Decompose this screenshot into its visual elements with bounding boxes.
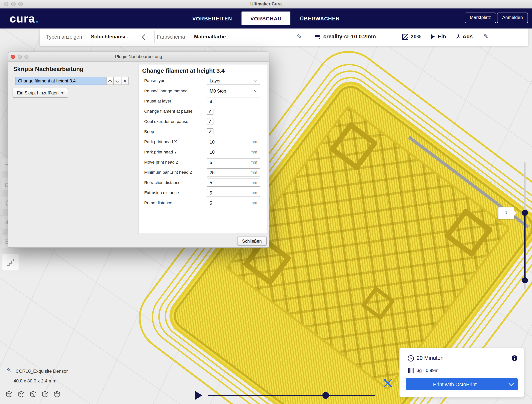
view-front-button[interactable] (17, 390, 26, 400)
cube-top-icon (29, 390, 38, 398)
layer-number: 7 (505, 210, 508, 216)
view-cube-button[interactable] (5, 390, 13, 400)
app-window: ✎ CCR10_Exquisite Densor 40.0 x 80.0 x 2… (0, 0, 532, 404)
field-label: Beep (144, 129, 207, 134)
infill-value[interactable]: 20% (411, 33, 421, 40)
view-settings-toolbar: Typen anzeigen Schichtenansi... Farbsche… (40, 28, 528, 46)
edit-print-settings-icon[interactable]: ✎ (483, 33, 488, 40)
signin-button[interactable]: Anmelden (497, 13, 528, 23)
pause-method-select[interactable]: M0 Stop (207, 87, 260, 95)
macos-titlebar: Ultimaker Cura (0, 0, 532, 8)
print-info-card: 20 Minuten 3g · 0.99m Print with OctoPri… (399, 348, 524, 397)
move-script-down-button[interactable] (114, 77, 121, 85)
view-top-button[interactable] (29, 390, 38, 400)
park-y-input[interactable]: 10mm (207, 148, 260, 156)
printer-profile[interactable]: creality-cr-10 0.2mm (323, 33, 376, 40)
script-settings-panel: Change filament at height 3.4 Pause type… (139, 64, 267, 234)
cool-extruder-checkbox[interactable]: ✓ (207, 118, 213, 125)
move-script-up-button[interactable] (106, 77, 114, 85)
adjust-tools-button[interactable] (383, 378, 393, 388)
cura-logo: cura. (10, 12, 39, 25)
add-script-button[interactable]: Ein Skript hinzufügen (13, 88, 68, 98)
field-label: Retraction distance (144, 180, 207, 185)
model-dimensions: 40.0 x 80.0 x 2.4 mm (13, 378, 56, 384)
field-label: Move print head Z (144, 160, 207, 165)
field-label: Pause type (144, 78, 207, 83)
input-value: 5 (210, 160, 250, 165)
dialog-title: Plugin Nachbearbeitung (8, 54, 269, 59)
unit-label: mm (250, 170, 257, 175)
cube-icon (5, 390, 13, 398)
printer-profile-icon (314, 33, 321, 42)
support-value[interactable]: Ein (437, 33, 446, 40)
move-z-input[interactable]: 5mm (207, 158, 260, 166)
add-script-label: Ein Skript hinzufügen (17, 90, 59, 95)
color-scheme-value[interactable]: Materialfarbe (194, 33, 226, 39)
print-options-dropdown[interactable] (504, 378, 518, 390)
view-type-value[interactable]: Schichtenansi... (91, 33, 130, 39)
script-list-item-selected[interactable]: Change filament at height 3.4 (15, 77, 106, 85)
edit-pencil-icon[interactable]: ✎ (297, 33, 302, 40)
unit-label: mm (250, 139, 257, 144)
retraction-distance-input[interactable]: 5mm (207, 179, 260, 187)
checkmark-icon: ✓ (208, 129, 212, 134)
play-button[interactable] (195, 391, 202, 400)
logo-dot: . (35, 12, 39, 25)
close-dialog-button[interactable]: Schließen (237, 237, 267, 246)
simulation-slider-handle[interactable] (322, 392, 329, 399)
field-label: Change filament at pause (144, 109, 207, 114)
layer-slider-range[interactable] (524, 213, 526, 280)
color-scheme-label: Farbschema (157, 34, 185, 40)
script-form-title: Change filament at height 3.4 (139, 64, 267, 76)
marketplace-button[interactable]: Marktplatz (465, 13, 496, 23)
layer-slider-lower-handle[interactable] (522, 277, 528, 283)
field-label: Pause at layer (144, 99, 207, 103)
adhesion-value[interactable]: Aus (462, 33, 473, 40)
adhesion-icon (455, 33, 462, 41)
model-name: CCR10_Exquisite Densor (16, 369, 68, 374)
park-x-input[interactable]: 10mm (207, 138, 260, 146)
tab-ueberwachen[interactable]: ÜBERWACHEN (291, 8, 349, 28)
print-time-estimate: 20 Minuten (417, 355, 443, 361)
input-value: 5 (210, 200, 250, 205)
chevron-down-icon (508, 381, 514, 386)
checkmark-icon: ✓ (208, 109, 212, 114)
select-value: M0 Stop (210, 89, 252, 94)
cube-left-icon (41, 390, 50, 398)
change-filament-checkbox[interactable]: ✓ (207, 108, 213, 115)
unit-label: mm (250, 180, 257, 185)
layer-slider-upper-handle[interactable] (522, 210, 528, 216)
steps-icon (6, 258, 15, 267)
chevron-down-icon (254, 78, 258, 82)
minimum-park-z-input[interactable]: 25mm (207, 168, 260, 176)
field-label: Cool extruder on pause (144, 119, 207, 124)
chevron-left-icon[interactable] (142, 34, 147, 40)
print-with-octoprint-button[interactable]: Print with OctoPrint (406, 378, 518, 390)
chevron-down-icon (254, 88, 258, 92)
remove-script-button[interactable]: × (121, 77, 129, 85)
dialog-titlebar[interactable]: Plugin Nachbearbeitung (8, 52, 269, 62)
qr-finder-square (361, 286, 395, 321)
input-value: 10 (210, 139, 250, 144)
input-value: 5 (210, 190, 250, 195)
checkmark-icon: ✓ (208, 119, 212, 124)
support-blocker-button[interactable] (2, 254, 19, 271)
extrusion-distance-input[interactable]: 5mm (207, 189, 260, 197)
info-icon[interactable] (511, 355, 518, 361)
view-left-button[interactable] (41, 390, 50, 400)
unit-label: mm (250, 150, 257, 154)
support-icon (430, 33, 437, 41)
tab-vorbereiten[interactable]: VORBEREITEN (183, 8, 242, 28)
beep-checkbox[interactable]: ✓ (207, 128, 213, 135)
prime-distance-input[interactable]: 5mm (207, 199, 260, 207)
rename-pencil-icon[interactable]: ✎ (7, 367, 11, 373)
divider (154, 31, 155, 43)
pause-at-layer-input[interactable]: 8 (207, 97, 260, 105)
tab-vorschau[interactable]: VORSCHAU (242, 12, 291, 25)
view-right-button[interactable] (53, 390, 61, 400)
clock-icon (407, 355, 415, 362)
input-value: 5 (210, 180, 250, 185)
pause-type-select[interactable]: Layer (207, 77, 260, 85)
simulation-slider-track[interactable] (208, 395, 375, 396)
input-value: 25 (210, 170, 250, 175)
